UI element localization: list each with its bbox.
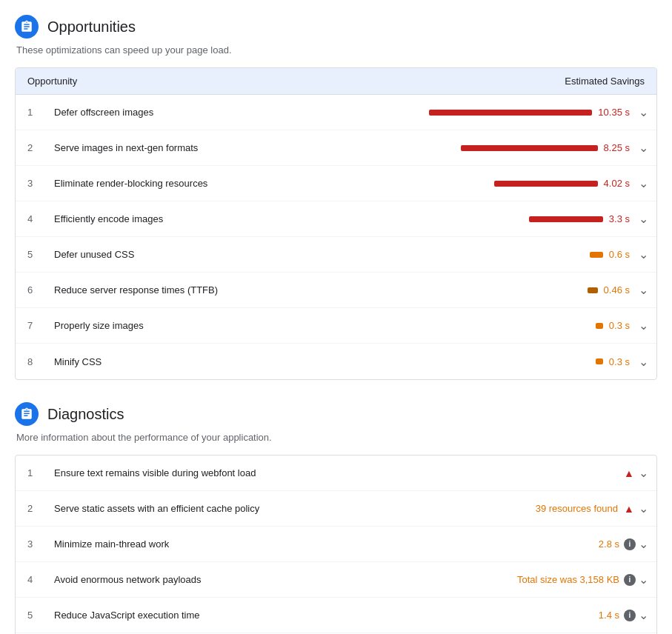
- row-num: 5: [16, 241, 48, 267]
- opp-row-6[interactable]: 6 Reduce server response times (TTFB) 0.…: [16, 273, 656, 308]
- row-num: 3: [16, 170, 48, 196]
- opportunities-subtitle: These optimizations can speed up your pa…: [16, 44, 657, 56]
- expand-chevron[interactable]: ⌄: [636, 169, 656, 198]
- savings-bar: [596, 358, 603, 364]
- opp-row-7[interactable]: 7 Properly size images 0.3 s ⌄: [16, 308, 656, 344]
- diagnostics-icon: [15, 402, 39, 426]
- clipboard-list-icon: [20, 407, 33, 421]
- row-label: Properly size images: [48, 313, 342, 338]
- savings-bar: [461, 145, 598, 151]
- opportunities-table-header: Opportunity Estimated Savings: [16, 68, 656, 95]
- row-label: Minimize main-thread work: [48, 531, 599, 557]
- row-label: Ensure text remains visible during webfo…: [48, 460, 622, 486]
- row-value: 3.3 s: [342, 206, 636, 232]
- expand-chevron[interactable]: ⌄: [636, 98, 656, 127]
- row-label: Eliminate render-blocking resources: [48, 170, 342, 196]
- opp-row-8[interactable]: 8 Minify CSS 0.3 s ⌄: [16, 344, 656, 379]
- row-num: 3: [16, 531, 48, 557]
- diagnostics-subtitle: More information about the performance o…: [16, 432, 657, 443]
- row-value: 8.25 s: [342, 135, 636, 161]
- row-label: Avoid enormous network payloads: [48, 567, 517, 593]
- bar-container: 4.02 s: [494, 178, 630, 189]
- opportunities-title: Opportunities: [47, 19, 136, 36]
- savings-bar: [529, 216, 603, 222]
- expand-chevron[interactable]: ⌄: [636, 347, 656, 376]
- diag-row-1[interactable]: 1 Ensure text remains visible during web…: [16, 456, 656, 491]
- diag-row-3[interactable]: 3 Minimize main-thread work 2.8 s i ⌄: [16, 527, 656, 562]
- row-num: 5: [16, 602, 48, 628]
- expand-chevron[interactable]: ⌄: [636, 204, 656, 233]
- savings-text: 4.02 s: [604, 178, 630, 189]
- row-label: Serve static assets with an efficient ca…: [48, 495, 536, 521]
- expand-chevron[interactable]: ⌄: [636, 276, 656, 304]
- opportunities-section: Opportunities These optimizations can sp…: [0, 7, 672, 395]
- bar-container: 10.35 s: [429, 107, 630, 118]
- bar-container: 0.6 s: [590, 249, 630, 260]
- expand-chevron[interactable]: ⌄: [636, 311, 656, 340]
- row-value: 0.3 s: [342, 313, 636, 338]
- expand-chevron[interactable]: ⌄: [636, 458, 656, 487]
- row-label: Reduce server response times (TTFB): [48, 277, 342, 303]
- row-label: Minify CSS: [48, 349, 342, 375]
- bar-container: 0.3 s: [596, 356, 630, 367]
- warning-triangle-icon: ▲: [622, 467, 636, 480]
- diag-value-text: 2.8 s: [599, 538, 619, 550]
- savings-text: 0.46 s: [604, 284, 630, 296]
- info-icon: i: [624, 574, 636, 586]
- diag-value: Total size was 3,158 KB i: [517, 574, 636, 586]
- opp-row-1[interactable]: 1 Defer offscreen images 10.35 s ⌄: [16, 95, 656, 130]
- row-value: 0.3 s: [342, 349, 636, 375]
- expand-chevron[interactable]: ⌄: [636, 565, 656, 594]
- opp-row-4[interactable]: 4 Efficiently encode images 3.3 s ⌄: [16, 201, 656, 237]
- diag-value: 1.4 s i: [599, 610, 636, 621]
- diagnostics-section: Diagnostics More information about the p…: [0, 395, 672, 634]
- savings-text: 0.3 s: [609, 320, 630, 331]
- diagnostics-table: 1 Ensure text remains visible during web…: [15, 455, 657, 634]
- col-opportunity: Opportunity: [16, 68, 336, 94]
- opp-row-5[interactable]: 5 Defer unused CSS 0.6 s ⌄: [16, 237, 656, 273]
- expand-chevron[interactable]: ⌄: [636, 530, 656, 558]
- savings-text: 3.3 s: [609, 213, 630, 224]
- expand-chevron[interactable]: ⌄: [636, 133, 656, 162]
- row-num: 4: [16, 206, 48, 232]
- row-num: 2: [16, 495, 48, 521]
- col-savings: Estimated Savings: [336, 68, 657, 94]
- row-value: 10.35 s: [342, 99, 636, 125]
- savings-bar: [590, 252, 603, 258]
- expand-chevron[interactable]: ⌄: [636, 601, 656, 630]
- opportunities-table: Opportunity Estimated Savings 1 Defer of…: [15, 67, 657, 380]
- diag-row-4[interactable]: 4 Avoid enormous network payloads Total …: [16, 562, 656, 598]
- savings-bar: [596, 323, 603, 329]
- opportunities-header: Opportunities: [15, 15, 657, 39]
- row-num: 8: [16, 349, 48, 375]
- diag-value-text: Total size was 3,158 KB: [517, 574, 619, 585]
- savings-text: 0.6 s: [609, 249, 630, 260]
- row-num: 2: [16, 135, 48, 161]
- row-num: 1: [16, 460, 48, 486]
- bar-container: 3.3 s: [529, 213, 630, 224]
- row-num: 4: [16, 567, 48, 593]
- row-value: 0.46 s: [342, 277, 636, 303]
- row-label: Defer unused CSS: [48, 241, 342, 267]
- expand-chevron[interactable]: ⌄: [636, 240, 656, 269]
- savings-bar: [588, 287, 598, 293]
- row-value: 0.6 s: [342, 241, 636, 267]
- row-label: Reduce JavaScript execution time: [48, 602, 599, 628]
- savings-text: 0.3 s: [609, 356, 630, 367]
- diagnostics-title: Diagnostics: [47, 406, 124, 423]
- diag-value-text: 1.4 s: [599, 610, 619, 621]
- row-num: 7: [16, 313, 48, 338]
- diag-row-5[interactable]: 5 Reduce JavaScript execution time 1.4 s…: [16, 598, 656, 633]
- savings-text: 10.35 s: [598, 107, 630, 118]
- opp-row-3[interactable]: 3 Eliminate render-blocking resources 4.…: [16, 166, 656, 201]
- savings-bar: [429, 110, 592, 116]
- expand-chevron[interactable]: ⌄: [636, 494, 656, 523]
- row-num: 6: [16, 277, 48, 303]
- diag-row-2[interactable]: 2 Serve static assets with an efficient …: [16, 491, 656, 527]
- row-label: Efficiently encode images: [48, 206, 342, 232]
- diag-value: ▲: [622, 467, 636, 480]
- opp-row-2[interactable]: 2 Serve images in next-gen formats 8.25 …: [16, 130, 656, 166]
- savings-text: 8.25 s: [604, 142, 630, 153]
- warning-triangle-icon: ▲: [622, 502, 636, 515]
- row-label: Defer offscreen images: [48, 99, 342, 125]
